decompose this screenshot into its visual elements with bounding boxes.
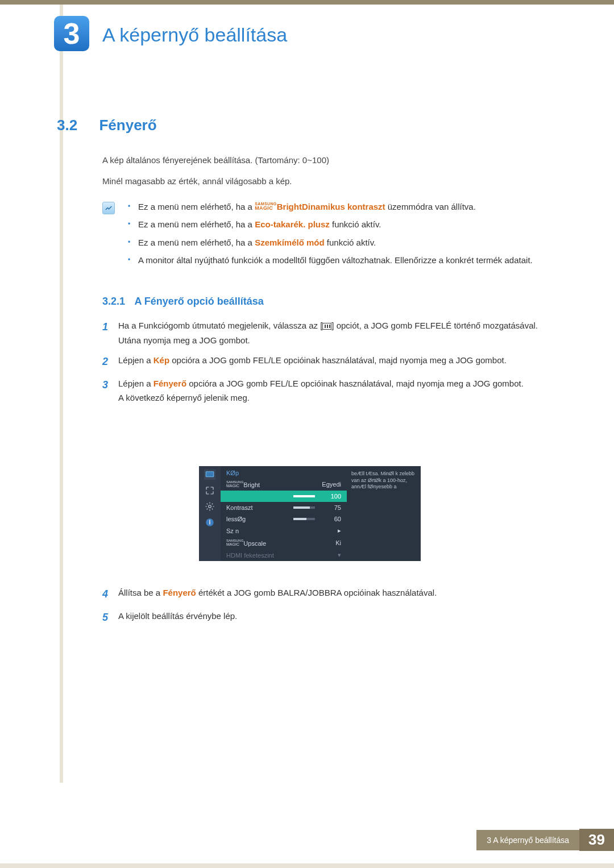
step-2: 2 Lépjen a Kép opcióra a JOG gomb FEL/LE…	[102, 353, 557, 371]
contrast-slider	[293, 506, 315, 509]
svg-point-1	[209, 505, 211, 508]
note-item-3: Ez a menü nem elérhető, ha a Szemkímélő …	[128, 236, 557, 249]
chapter-number-badge: 3	[54, 16, 89, 51]
samsung-magic-icon: SAMSUNGMAGIC	[226, 539, 243, 546]
osd-screenshot: i KØp SAMSUNGMAGICBright Egyedi 100 Kont…	[199, 466, 421, 561]
picture-tab-icon	[204, 470, 215, 480]
osd-row-contrast: Kontraszt 75	[221, 502, 347, 513]
note-item-4: A monitor által nyújtható funkciók a mod…	[128, 254, 557, 267]
intro-text: A kép általános fényerejének beállítása.…	[102, 153, 557, 196]
step-1: 1 Ha a Funkciógomb útmutató megjelenik, …	[102, 318, 557, 347]
svg-text:i: i	[209, 520, 210, 525]
osd-row-hdmi: HDMI feketeszint ▾	[221, 549, 347, 561]
info-tab-icon: i	[204, 517, 215, 528]
chevron-down-icon: ▾	[320, 551, 341, 559]
step-5: 5 A kijelölt beállítás érvénybe lép.	[102, 609, 557, 626]
menu-icon	[322, 323, 331, 330]
sharpness-slider	[293, 518, 315, 520]
header-accent-bar	[0, 0, 614, 5]
page-footer: 3 A képernyő beállítása 39	[0, 829, 614, 851]
section-title: Fényerő	[99, 117, 156, 134]
osd-sidebar: i	[199, 466, 221, 561]
section-heading: 3.2 Fényerő	[57, 117, 157, 134]
footer-page-number: 39	[579, 829, 614, 851]
samsung-magic-logo: SAMSUNGMAGIC	[255, 202, 277, 211]
subsection-title: A Fényerő opció beállítása	[134, 296, 263, 307]
osd-row-magicbright: SAMSUNGMAGICBright Egyedi	[221, 478, 347, 491]
osd-main: KØp SAMSUNGMAGICBright Egyedi 100 Kontra…	[221, 466, 347, 561]
osd-row-upscale: SAMSUNGMAGICUpscale Ki	[221, 537, 347, 549]
subsection-number: 3.2.1	[102, 296, 125, 307]
osd-row-sharpness: lessØg 60	[221, 513, 347, 525]
osd-hint: beÆll tÆsa. MinØl k zelebb van az ØrtØk …	[347, 466, 421, 561]
intro-p2: Minél magasabb az érték, annál világosab…	[102, 175, 557, 188]
section-number: 3.2	[57, 117, 85, 134]
chevron-right-icon: ▸	[320, 527, 341, 534]
note-item-1: Ez a menü nem elérhető, ha a SAMSUNGMAGI…	[128, 200, 557, 213]
samsung-magic-icon: SAMSUNGMAGIC	[226, 480, 243, 488]
steps-list: 1 Ha a Funkciógomb útmutató megjelenik, …	[102, 318, 557, 411]
steps-list-cont: 4 Állítsa be a Fényerő értékét a JOG gom…	[102, 585, 557, 632]
step-4: 4 Állítsa be a Fényerő értékét a JOG gom…	[102, 585, 557, 603]
footer-accent-bar	[0, 863, 614, 868]
osd-row-brightness: 100	[221, 491, 347, 502]
osd-title: KØp	[221, 466, 347, 478]
note-list: Ez a menü nem elérhető, ha a SAMSUNGMAGI…	[128, 200, 557, 271]
subsection-heading: 3.2.1 A Fényerő opció beállítása	[102, 296, 264, 308]
osd-row-color: Sz n ▸	[221, 525, 347, 537]
note-item-2: Ez a menü nem elérhető, ha a Eco-takarék…	[128, 218, 557, 231]
footer-chapter-label: 3 A képernyő beállítása	[476, 830, 579, 850]
brightness-slider	[293, 495, 315, 497]
note-icon	[102, 202, 115, 214]
resize-tab-icon	[204, 485, 215, 496]
settings-tab-icon	[204, 501, 215, 512]
svg-rect-0	[206, 472, 214, 477]
step-3: 3 Lépjen a Fényerő opcióra a JOG gomb FE…	[102, 376, 557, 405]
chapter-title: A képernyő beállítása	[102, 24, 287, 46]
intro-p1: A kép általános fényerejének beállítása.…	[102, 153, 557, 167]
